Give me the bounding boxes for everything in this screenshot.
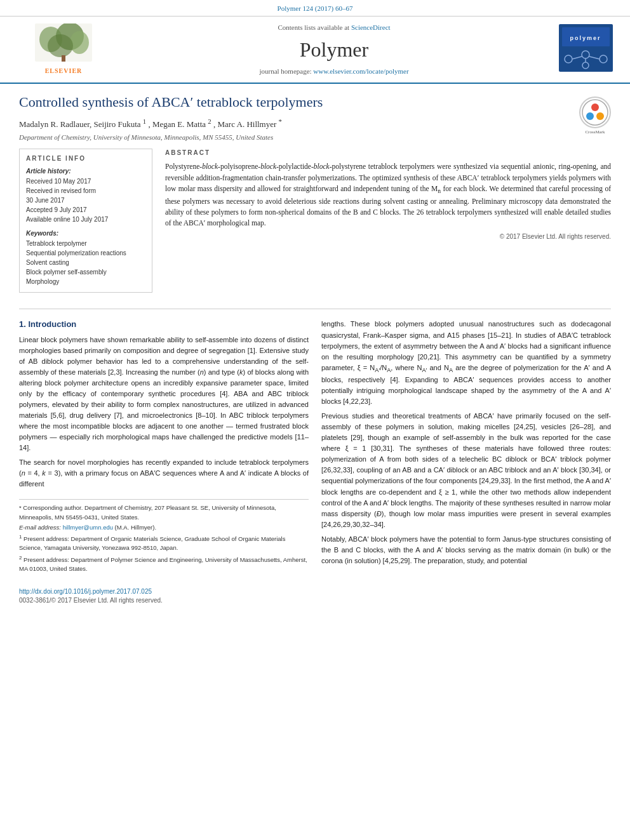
homepage-url[interactable]: www.elsevier.com/locate/polymer xyxy=(313,67,408,75)
author-radlauer: Madalyn R. Radlauer, Seijiro Fukuta xyxy=(19,119,143,129)
svg-rect-5 xyxy=(62,55,65,62)
keyword-3: Solvent casting xyxy=(26,258,145,267)
contents-line: Contents lists available at ScienceDirec… xyxy=(114,23,554,32)
crossmark-area: CrossMark xyxy=(579,97,611,136)
keywords-section: Keywords: Tetrablock terpolymer Sequenti… xyxy=(26,229,145,286)
right-para2: Previous studies and theoretical treatme… xyxy=(321,411,611,530)
footnote-1: 1 Present address: Department of Organic… xyxy=(19,533,309,553)
svg-point-18 xyxy=(586,112,594,120)
journal-info-center: Contents lists available at ScienceDirec… xyxy=(114,23,554,76)
journal-citation: Polymer 124 (2017) 60–67 xyxy=(278,4,353,12)
author-matta: , Megan E. Matta xyxy=(148,119,208,129)
elsevier-tree-icon xyxy=(35,23,92,65)
author-matta-sup: 2 xyxy=(208,117,211,125)
journal-bar: Polymer 124 (2017) 60–67 xyxy=(0,0,630,17)
received-date: Received 10 May 2017 xyxy=(26,177,145,186)
doi-link[interactable]: http://dx.doi.org/10.1016/j.polymer.2017… xyxy=(19,588,152,595)
body-text-area: 1. Introduction Linear block polymers ha… xyxy=(19,319,611,575)
authors-line: Madalyn R. Radlauer, Seijiro Fukuta 1 , … xyxy=(19,117,611,131)
section-divider xyxy=(19,309,611,309)
footnotes-area: * Corresponding author. Department of Ch… xyxy=(19,499,309,573)
svg-point-17 xyxy=(591,103,599,111)
sciencedirect-link[interactable]: ScienceDirect xyxy=(351,23,391,31)
page-wrapper: Polymer 124 (2017) 60–67 ELSEVIER xyxy=(0,0,630,618)
email-link[interactable]: hillmyer@umn.edu xyxy=(63,524,113,531)
homepage-line: journal homepage: www.elsevier.com/locat… xyxy=(114,67,554,76)
received-revised-date: 30 June 2017 xyxy=(26,196,145,205)
available-date: Available online 10 July 2017 xyxy=(26,215,145,224)
journal-name: Polymer xyxy=(114,36,554,64)
elsevier-tree-svg xyxy=(35,23,92,62)
abstract-text: Polystyrene-block-polyisoprene-block-pol… xyxy=(165,161,611,229)
article-info-heading: ARTICLE INFO xyxy=(26,154,145,163)
journal-header: ELSEVIER Contents lists available at Sci… xyxy=(0,17,630,84)
author-fukuta-sup: 1 xyxy=(143,117,146,125)
intro-para1: Linear block polymers have shown remarka… xyxy=(19,335,309,454)
svg-point-3 xyxy=(70,31,89,54)
abstract-copyright: © 2017 Elsevier Ltd. All rights reserved… xyxy=(165,232,611,241)
polymer-badge: polymer xyxy=(559,24,613,75)
contents-text: Contents lists available at xyxy=(278,23,349,31)
keywords-title: Keywords: xyxy=(26,229,145,238)
author-hillmyer-sup: * xyxy=(279,117,282,125)
affiliation: Department of Chemistry, University of M… xyxy=(19,133,611,142)
polymer-badge-area: polymer xyxy=(554,24,617,75)
svg-point-19 xyxy=(596,112,604,120)
polymer-badge-svg: polymer xyxy=(559,24,613,72)
accepted-date: Accepted 9 July 2017 xyxy=(26,206,145,215)
elsevier-logo-area: ELSEVIER xyxy=(13,23,114,76)
article-info-box: ARTICLE INFO Article history: Received 1… xyxy=(19,149,152,293)
body-right-col: lengths. These block polymers adopted un… xyxy=(321,319,611,575)
footnote-corresponding: * Corresponding author. Department of Ch… xyxy=(19,503,309,522)
svg-point-4 xyxy=(48,34,73,57)
footnote-email: E-mail address: hillmyer@umn.edu (M.A. H… xyxy=(19,523,309,532)
crossmark-svg xyxy=(581,98,609,126)
article-info-abstract: ARTICLE INFO Article history: Received 1… xyxy=(19,149,611,299)
crossmark-badge[interactable] xyxy=(579,97,611,128)
footnote-2: 2 Present address: Department of Polymer… xyxy=(19,554,309,574)
article-title: Controlled synthesis of ABCA′ tetrablock… xyxy=(19,93,611,112)
svg-text:polymer: polymer xyxy=(570,35,601,41)
received-revised-label: Received in revised form xyxy=(26,187,145,196)
abstract-col: ABSTRACT Polystyrene-block-polyisoprene-… xyxy=(165,149,611,299)
keyword-5: Morphology xyxy=(26,277,145,286)
bottom-bar: http://dx.doi.org/10.1016/j.polymer.2017… xyxy=(19,587,611,605)
keyword-2: Sequential polymerization reactions xyxy=(26,249,145,258)
abstract-heading: ABSTRACT xyxy=(165,149,611,157)
keyword-4: Block polymer self-assembly xyxy=(26,268,145,277)
homepage-text: journal homepage: xyxy=(259,67,311,75)
article-history-title: Article history: xyxy=(26,167,145,176)
keyword-1: Tetrablock terpolymer xyxy=(26,239,145,248)
intro-heading: 1. Introduction xyxy=(19,319,309,330)
article-content: CrossMark Controlled synthesis of ABCA′ … xyxy=(0,84,630,618)
copyright-bottom: 0032-3861/© 2017 Elsevier Ltd. All right… xyxy=(19,596,611,605)
author-hillmyer: , Marc A. Hillmyer xyxy=(213,119,276,129)
doi-line: http://dx.doi.org/10.1016/j.polymer.2017… xyxy=(19,587,611,596)
crossmark-label: CrossMark xyxy=(579,130,611,136)
intro-para2: The search for novel morphologies has re… xyxy=(19,457,309,490)
article-info-col: ARTICLE INFO Article history: Received 1… xyxy=(19,149,152,299)
body-left-col: 1. Introduction Linear block polymers ha… xyxy=(19,319,309,575)
right-para3: Notably, ABCA′ block polymers have the p… xyxy=(321,534,611,566)
right-para1: lengths. These block polymers adopted un… xyxy=(321,319,611,407)
elsevier-label: ELSEVIER xyxy=(45,67,83,76)
